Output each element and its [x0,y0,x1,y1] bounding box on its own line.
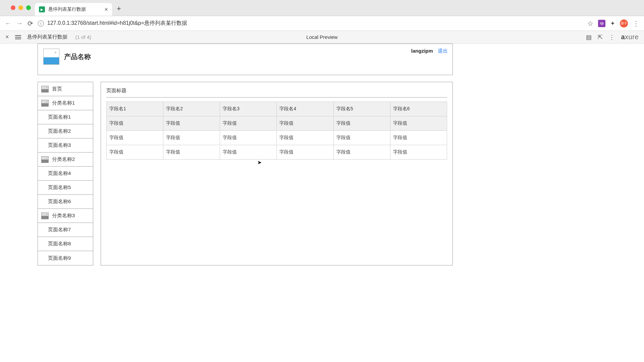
browser-tab[interactable]: ▶ 悬停列表某行数据 × [35,3,112,16]
table-cell: 字段值 [163,145,220,160]
back-button[interactable]: ← [5,19,11,27]
sidebar-sub-item[interactable]: 页面名称7 [38,223,93,237]
table-header-row: 字段名1字段名2字段名3字段名4字段名5字段名6 [107,102,447,116]
folder-icon [41,213,49,219]
new-tab-button[interactable]: + [117,5,121,12]
axure-logo: axure [621,33,639,41]
axure-page-count: (1 of 4) [75,34,92,40]
username-label: langzipm [411,48,433,54]
product-logo-icon [43,49,59,65]
browser-menu-icon[interactable]: ⋮ [633,19,639,27]
window-close-icon[interactable] [11,5,15,10]
table-cell: 字段值 [277,131,333,145]
page-canvas: 产品名称 langzipm 退出 首页分类名称1页面名称1页面名称2页面名称3分… [8,44,644,362]
column-header: 字段名4 [277,102,333,116]
sidebar-item-label: 页面名称4 [48,170,71,177]
logout-link[interactable]: 退出 [438,48,448,54]
table-row[interactable]: 字段值字段值字段值字段值字段值字段值 [107,116,447,131]
sidebar-category-item[interactable]: 分类名称1 [38,96,93,110]
reload-button[interactable]: ⟳ [28,19,33,27]
export-icon[interactable]: ⇱ [598,34,603,41]
folder-icon [41,156,49,163]
sidebar-sub-item[interactable]: 页面名称6 [38,195,93,209]
page-header: 产品名称 langzipm 退出 [38,44,453,75]
table-cell: 字段值 [163,116,220,131]
sidebar-sub-item[interactable]: 页面名称9 [38,251,93,265]
bookmark-icon[interactable]: ☆ [587,19,593,27]
sidebar-item-label: 页面名称7 [48,227,71,233]
axure-toolbar: × 悬停列表某行数据 (1 of 4) Local Preview ▤ ⇱ ⋮ … [0,31,644,44]
extension-rp-icon[interactable]: rp [598,20,605,27]
sidebar-item-label: 分类名称2 [52,156,75,163]
sidebar-sub-item[interactable]: 页面名称2 [38,124,93,138]
close-panel-icon[interactable]: × [5,34,9,41]
sidebar-item-label: 页面名称5 [48,184,71,191]
tab-favicon-icon: ▶ [39,6,45,12]
window-minimize-icon[interactable] [18,5,23,10]
tab-close-icon[interactable]: × [104,6,108,12]
table-cell: 字段值 [107,145,163,160]
table-row[interactable]: 字段值字段值字段值字段值字段值字段值 [107,131,447,145]
data-table: 字段名1字段名2字段名3字段名4字段名5字段名6 字段值字段值字段值字段值字段值… [106,102,447,160]
table-cell: 字段值 [333,145,390,160]
local-preview-label: Local Preview [306,34,337,40]
table-cell: 字段值 [107,116,163,131]
column-header: 字段名1 [107,102,163,116]
sidebar-sub-item[interactable]: 页面名称1 [38,110,93,124]
axure-page-name: 悬停列表某行数据 [27,34,67,40]
sidebar-sub-item[interactable]: 页面名称8 [38,237,93,251]
table-row[interactable]: 字段值字段值字段值字段值字段值字段值 [107,145,447,160]
site-info-icon[interactable]: i [38,20,44,26]
main-panel: 页面标题 字段名1字段名2字段名3字段名4字段名5字段名6 字段值字段值字段值字… [101,82,453,265]
table-cell: 字段值 [390,145,447,160]
table-cell: 字段值 [220,131,277,145]
profile-avatar-icon[interactable]: 浪子 [620,19,628,27]
more-icon[interactable]: ⋮ [609,34,615,41]
folder-icon [41,86,49,93]
window-maximize-icon[interactable] [26,5,31,10]
table-cell: 字段值 [333,116,390,131]
sidebar-item-label: 首页 [52,86,62,92]
extensions-icon[interactable]: ✦ [610,20,615,27]
sidebar-item-label: 页面名称9 [48,255,71,261]
column-header: 字段名3 [220,102,277,116]
sidebar: 首页分类名称1页面名称1页面名称2页面名称3分类名称2页面名称4页面名称5页面名… [38,82,93,265]
product-name: 产品名称 [64,52,91,61]
table-cell: 字段值 [390,131,447,145]
sidebar-category-item[interactable]: 分类名称2 [38,153,93,167]
tab-title: 悬停列表某行数据 [48,6,86,12]
browser-address-bar: ← → ⟳ i 127.0.0.1:32768/start.html#id=h8… [0,16,644,31]
panel-title: 页面标题 [106,87,447,98]
sidebar-sub-item[interactable]: 页面名称4 [38,167,93,181]
table-cell: 字段值 [277,116,333,131]
table-cell: 字段值 [220,145,277,160]
notes-icon[interactable]: ▤ [586,34,592,41]
sidebar-category-item[interactable]: 分类名称3 [38,209,93,223]
sidebar-item-label: 分类名称1 [52,100,75,106]
sidebar-category-item[interactable]: 首页 [38,82,93,96]
column-header: 字段名5 [333,102,390,116]
table-cell: 字段值 [163,131,220,145]
sidebar-sub-item[interactable]: 页面名称5 [38,181,93,195]
folder-icon [41,100,49,107]
sidebar-item-label: 分类名称3 [52,213,75,219]
sidebar-item-label: 页面名称1 [48,114,71,120]
table-cell: 字段值 [220,116,277,131]
sidebar-item-label: 页面名称3 [48,142,71,148]
table-cell: 字段值 [333,131,390,145]
sidebar-item-label: 页面名称2 [48,128,71,134]
column-header: 字段名2 [163,102,220,116]
sidebar-item-label: 页面名称6 [48,198,71,205]
sidebar-sub-item[interactable]: 页面名称3 [38,138,93,153]
browser-tab-bar: ▶ 悬停列表某行数据 × + [0,0,644,16]
table-cell: 字段值 [107,131,163,145]
table-cell: 字段值 [390,116,447,131]
sidebar-item-label: 页面名称8 [48,241,71,247]
forward-button[interactable]: → [16,19,23,27]
mouse-cursor-icon: ➤ [257,159,262,166]
column-header: 字段名6 [390,102,447,116]
url-text[interactable]: 127.0.0.1:32768/start.html#id=h81j0t&p=悬… [47,20,187,27]
hamburger-icon[interactable] [15,35,21,39]
table-cell: 字段值 [277,145,333,160]
